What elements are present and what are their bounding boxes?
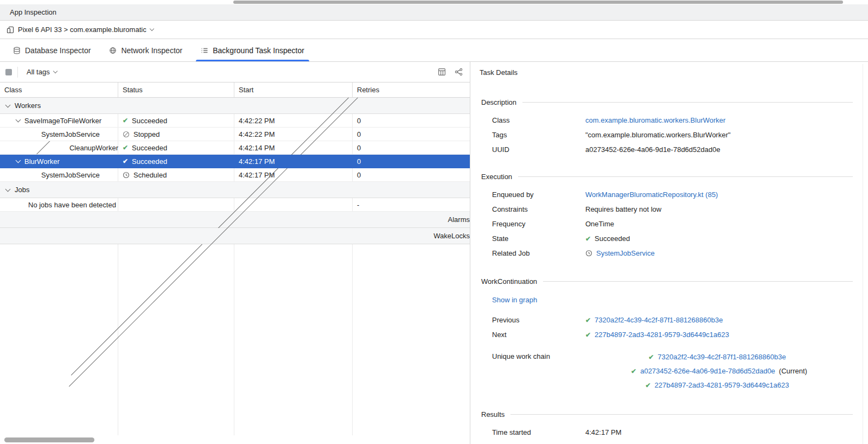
worker-class: SystemJobService [41, 171, 100, 179]
section-heading: Results [481, 410, 505, 418]
table-row-systemjobservice[interactable]: SystemJobService Stopped 4:42:22 PM 0 [0, 128, 470, 141]
detail-label: Frequency [481, 220, 585, 228]
chevron-down-icon [53, 69, 57, 73]
table-header: Class Status Start Retries [0, 83, 470, 98]
chevron-right-icon[interactable] [22, 141, 60, 154]
chain-uuid-link[interactable]: a0273452-626e-4a06-9d1e-78d6d52dad0e [640, 367, 775, 375]
chain-suffix: (Current) [779, 367, 807, 375]
detail-label: Enqueued by [481, 191, 585, 199]
detail-label: Time started [481, 428, 585, 436]
chevron-down-icon[interactable] [5, 102, 11, 107]
related-job-link[interactable]: SystemJobService [596, 249, 655, 257]
chain-item: ✔ 7320a2f2-4c39-4c2f-87f1-881268860b3e [648, 352, 789, 362]
tab-background-task-inspector[interactable]: Background Task Inspector [193, 39, 312, 61]
status-text: Succeeded [132, 144, 167, 152]
task-table-panel: All tags Class [0, 62, 470, 444]
table-toolbar: All tags [0, 62, 470, 83]
app-inspection-window: App Inspection Pixel 6 API 33 > com.exam… [0, 0, 868, 444]
scrollbar-thumb[interactable] [233, 1, 843, 4]
all-tags-dropdown[interactable]: All tags [23, 66, 60, 78]
worker-class: BlurWorker [24, 157, 60, 166]
state-value: Succeeded [595, 234, 630, 243]
succeeded-icon: ✔ [123, 117, 128, 124]
scrollbar-thumb[interactable] [4, 437, 94, 442]
group-wakelocks[interactable]: WakeLocks [0, 228, 470, 244]
detail-row-next: Next ✔ 227b4897-2ad3-4281-9579-3d6449c1a… [481, 327, 853, 342]
table-row-systemjobservice-scheduled[interactable]: SystemJobService Scheduled 4:42:17 PM 0 [0, 168, 470, 182]
process-selector[interactable]: Pixel 6 API 33 > com.example.bluromatic [0, 21, 868, 39]
detail-label: Constraints [481, 205, 585, 213]
vertical-scrollbar[interactable] [863, 64, 868, 444]
table-row-saveimagetofileworker[interactable]: SaveImageToFileWorker ✔ Succeeded 4:42:2… [0, 114, 470, 128]
detail-label: Related Job [481, 249, 585, 257]
detail-row-uuid: UUID a0273452-626e-4a06-9d1e-78d6d52dad0… [481, 142, 853, 157]
tab-label: Background Task Inspector [213, 46, 304, 55]
succeeded-icon: ✔ [631, 368, 636, 375]
section-heading: WorkContinuation [481, 277, 537, 286]
status-text: Stopped [133, 130, 159, 138]
section-results: Results [481, 409, 853, 420]
chain-uuid-link[interactable]: 227b4897-2ad3-4281-9579-3d6449c1a623 [655, 381, 789, 389]
section-rule [543, 281, 853, 282]
graph-view-icon[interactable] [453, 66, 464, 78]
detail-row-tags: Tags "com.example.bluromatic.workers.Blu… [481, 128, 853, 142]
group-jobs[interactable]: Jobs [0, 182, 470, 198]
details-header: Task Details [470, 62, 868, 83]
retries-count: - [353, 198, 470, 211]
start-time: 4:42:17 PM [234, 155, 353, 168]
table-view-icon[interactable] [436, 66, 448, 78]
stop-inspection-icon[interactable] [5, 69, 12, 75]
detail-label: Unique work chain [481, 352, 585, 360]
details-content: Description Class com.example.bluromatic… [470, 83, 868, 444]
detail-label: Previous [481, 316, 585, 324]
column-header-class[interactable]: Class [0, 83, 118, 97]
details-title: Task Details [480, 68, 518, 77]
start-time: 4:42:22 PM [234, 128, 353, 141]
detail-row-frequency: Frequency OneTime [481, 217, 853, 231]
section-heading: Execution [481, 173, 512, 181]
inspector-tabs: Database Inspector Network Inspector Bac… [0, 39, 868, 62]
class-link[interactable]: com.example.bluromatic.workers.BlurWorke… [585, 116, 725, 124]
detail-label: Tags [481, 131, 585, 139]
chevron-down-icon [149, 27, 154, 31]
column-header-start[interactable]: Start [234, 83, 353, 97]
group-workers[interactable]: Workers [0, 98, 470, 114]
detail-row-unique-work-chain: Unique work chain ✔ 7320a2f2-4c39-4c2f-8… [481, 352, 853, 390]
previous-uuid-link[interactable]: 7320a2f2-4c39-4c2f-87f1-881268860b3e [595, 316, 723, 324]
enqueued-by-link[interactable]: WorkManagerBluromaticRepository.kt (85) [585, 191, 718, 199]
tab-database-inspector[interactable]: Database Inspector [5, 39, 98, 61]
detail-row-previous: Previous ✔ 7320a2f2-4c39-4c2f-87f1-88126… [481, 313, 853, 327]
tab-label: Database Inspector [25, 46, 91, 55]
stopped-icon [123, 131, 130, 138]
succeeded-icon: ✔ [585, 332, 591, 338]
status-text: Succeeded [132, 117, 167, 125]
toolbar-separator [17, 67, 18, 78]
table-body: Workers SaveImageToFileWorker ✔ Succeede… [0, 98, 470, 444]
table-row-cleanupworker[interactable]: CleanupWorker ✔ Succeeded 4:42:14 PM 0 [0, 141, 470, 155]
retries-count: 0 [353, 155, 470, 168]
status-text [118, 198, 234, 211]
editor-horizontal-scrollbar[interactable] [0, 0, 868, 4]
show-in-graph-link[interactable]: Show in graph [492, 296, 537, 304]
list-icon [201, 47, 208, 54]
section-rule [510, 414, 853, 415]
succeeded-icon: ✔ [648, 354, 654, 360]
retries-count: 0 [353, 141, 470, 154]
horizontal-scrollbar[interactable] [0, 436, 470, 444]
next-uuid-link[interactable]: 227b4897-2ad3-4281-9579-3d6449c1a623 [595, 331, 729, 339]
process-label: Pixel 6 API 33 > com.example.bluromatic [18, 26, 146, 34]
table-row-blurworker-selected[interactable]: BlurWorker ✔ Succeeded 4:42:17 PM 0 [0, 155, 470, 168]
succeeded-icon: ✔ [585, 317, 591, 324]
tab-network-inspector[interactable]: Network Inspector [101, 39, 190, 61]
worker-class: SaveImageToFileWorker [24, 117, 101, 125]
detail-label: Class [481, 116, 585, 124]
chevron-down-icon[interactable] [16, 117, 21, 123]
chevron-down-icon[interactable] [16, 158, 21, 163]
group-label: Workers [15, 102, 41, 110]
chain-uuid-link[interactable]: 7320a2f2-4c39-4c2f-87f1-881268860b3e [658, 353, 786, 361]
succeeded-icon: ✔ [585, 236, 591, 242]
detail-row-related-job: Related Job SystemJobService [481, 246, 853, 261]
column-header-retries[interactable]: Retries [353, 83, 470, 97]
column-header-status[interactable]: Status [118, 83, 234, 97]
chevron-down-icon[interactable] [5, 186, 11, 192]
